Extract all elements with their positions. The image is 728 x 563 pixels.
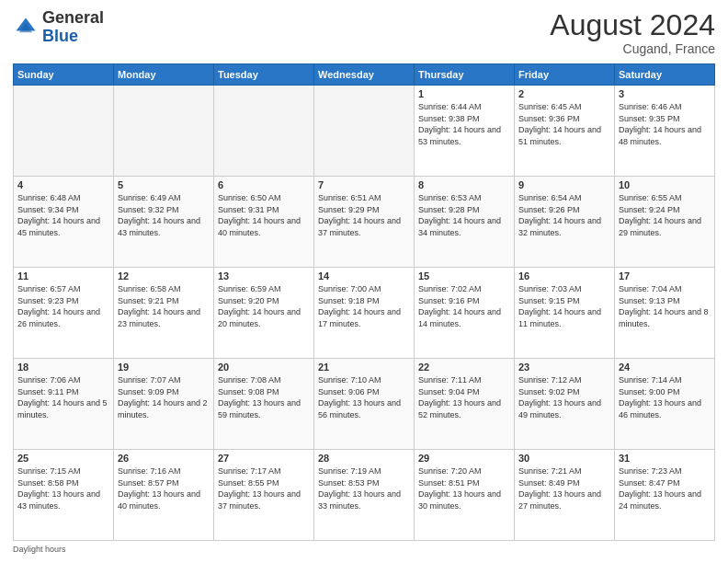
day-info: Sunrise: 7:17 AMSunset: 8:55 PMDaylight:… (218, 465, 310, 511)
day-info: Sunrise: 7:06 AMSunset: 9:11 PMDaylight:… (17, 374, 109, 420)
calendar-day: 11Sunrise: 6:57 AMSunset: 9:23 PMDayligh… (14, 268, 114, 359)
calendar-day: 18Sunrise: 7:06 AMSunset: 9:11 PMDayligh… (14, 359, 114, 450)
calendar-day: 22Sunrise: 7:11 AMSunset: 9:04 PMDayligh… (415, 359, 515, 450)
day-number: 21 (318, 362, 410, 373)
weekday-header-monday: Monday (114, 64, 214, 86)
calendar-day: 8Sunrise: 6:53 AMSunset: 9:28 PMDaylight… (415, 177, 515, 268)
calendar-day: 14Sunrise: 7:00 AMSunset: 9:18 PMDayligh… (314, 268, 415, 359)
header: General Blue August 2024 Cugand, France (13, 9, 715, 56)
calendar-day: 16Sunrise: 7:03 AMSunset: 9:15 PMDayligh… (515, 268, 615, 359)
calendar-day: 1Sunrise: 6:44 AMSunset: 9:38 PMDaylight… (415, 86, 515, 177)
calendar-day: 29Sunrise: 7:20 AMSunset: 8:51 PMDayligh… (415, 450, 515, 541)
day-number: 6 (218, 179, 310, 190)
calendar-day: 23Sunrise: 7:12 AMSunset: 9:02 PMDayligh… (515, 359, 615, 450)
calendar-header-row: SundayMondayTuesdayWednesdayThursdayFrid… (14, 64, 715, 86)
day-info: Sunrise: 6:58 AMSunset: 9:21 PMDaylight:… (118, 283, 210, 329)
weekday-header-friday: Friday (515, 64, 615, 86)
day-number: 9 (518, 179, 610, 190)
day-number: 31 (619, 453, 711, 464)
calendar-day: 10Sunrise: 6:55 AMSunset: 9:24 PMDayligh… (615, 177, 715, 268)
day-info: Sunrise: 7:16 AMSunset: 8:57 PMDaylight:… (118, 465, 210, 511)
day-number: 25 (17, 453, 109, 464)
calendar-day: 9Sunrise: 6:54 AMSunset: 9:26 PMDaylight… (515, 177, 615, 268)
calendar-day: 25Sunrise: 7:15 AMSunset: 8:58 PMDayligh… (14, 450, 114, 541)
logo-icon (13, 15, 39, 40)
calendar-day: 7Sunrise: 6:51 AMSunset: 9:29 PMDaylight… (314, 177, 415, 268)
day-number: 11 (17, 270, 109, 282)
day-number: 16 (518, 270, 610, 282)
calendar-day (314, 86, 415, 177)
day-number: 18 (17, 362, 109, 373)
calendar-day: 30Sunrise: 7:21 AMSunset: 8:49 PMDayligh… (515, 450, 615, 541)
calendar-day (214, 86, 314, 177)
day-info: Sunrise: 6:50 AMSunset: 9:31 PMDaylight:… (218, 192, 310, 238)
day-info: Sunrise: 6:55 AMSunset: 9:24 PMDaylight:… (619, 192, 711, 238)
day-number: 24 (619, 362, 711, 373)
day-number: 19 (118, 362, 210, 373)
day-info: Sunrise: 7:08 AMSunset: 9:08 PMDaylight:… (218, 374, 310, 420)
day-number: 2 (518, 88, 610, 99)
day-number: 15 (418, 270, 510, 282)
day-number: 20 (218, 362, 310, 373)
day-info: Sunrise: 7:12 AMSunset: 9:02 PMDaylight:… (518, 374, 610, 420)
calendar-week-1: 1Sunrise: 6:44 AMSunset: 9:38 PMDaylight… (14, 86, 715, 177)
weekday-header-wednesday: Wednesday (314, 64, 415, 86)
day-info: Sunrise: 7:15 AMSunset: 8:58 PMDaylight:… (17, 465, 109, 511)
day-number: 14 (318, 270, 410, 282)
day-info: Sunrise: 6:53 AMSunset: 9:28 PMDaylight:… (418, 192, 510, 238)
calendar-day (14, 86, 114, 177)
calendar-day: 4Sunrise: 6:48 AMSunset: 9:34 PMDaylight… (14, 177, 114, 268)
day-number: 4 (17, 179, 109, 190)
calendar-day (114, 86, 214, 177)
calendar-day: 17Sunrise: 7:04 AMSunset: 9:13 PMDayligh… (615, 268, 715, 359)
calendar-week-4: 18Sunrise: 7:06 AMSunset: 9:11 PMDayligh… (14, 359, 715, 450)
weekday-header-thursday: Thursday (415, 64, 515, 86)
calendar-day: 5Sunrise: 6:49 AMSunset: 9:32 PMDaylight… (114, 177, 214, 268)
day-info: Sunrise: 6:57 AMSunset: 9:23 PMDaylight:… (17, 283, 109, 329)
day-number: 5 (118, 179, 210, 190)
logo-general-text: General (42, 8, 104, 27)
day-number: 12 (118, 270, 210, 282)
day-info: Sunrise: 7:21 AMSunset: 8:49 PMDaylight:… (518, 465, 610, 511)
day-info: Sunrise: 7:20 AMSunset: 8:51 PMDaylight:… (418, 465, 510, 511)
calendar-day: 19Sunrise: 7:07 AMSunset: 9:09 PMDayligh… (114, 359, 214, 450)
calendar-day: 28Sunrise: 7:19 AMSunset: 8:53 PMDayligh… (314, 450, 415, 541)
day-number: 8 (418, 179, 510, 190)
calendar-day: 15Sunrise: 7:02 AMSunset: 9:16 PMDayligh… (415, 268, 515, 359)
calendar-day: 12Sunrise: 6:58 AMSunset: 9:21 PMDayligh… (114, 268, 214, 359)
day-number: 17 (619, 270, 711, 282)
day-number: 7 (318, 179, 410, 190)
day-info: Sunrise: 6:45 AMSunset: 9:36 PMDaylight:… (518, 101, 610, 147)
day-number: 13 (218, 270, 310, 282)
day-info: Sunrise: 6:59 AMSunset: 9:20 PMDaylight:… (218, 283, 310, 329)
calendar-week-2: 4Sunrise: 6:48 AMSunset: 9:34 PMDaylight… (14, 177, 715, 268)
day-number: 22 (418, 362, 510, 373)
day-info: Sunrise: 7:19 AMSunset: 8:53 PMDaylight:… (318, 465, 410, 511)
day-info: Sunrise: 7:03 AMSunset: 9:15 PMDaylight:… (518, 283, 610, 329)
day-number: 1 (418, 88, 510, 99)
weekday-header-saturday: Saturday (615, 64, 715, 86)
calendar-day: 13Sunrise: 6:59 AMSunset: 9:20 PMDayligh… (214, 268, 314, 359)
day-info: Sunrise: 7:02 AMSunset: 9:16 PMDaylight:… (418, 283, 510, 329)
calendar-day: 31Sunrise: 7:23 AMSunset: 8:47 PMDayligh… (615, 450, 715, 541)
day-info: Sunrise: 6:48 AMSunset: 9:34 PMDaylight:… (17, 192, 109, 238)
location-title: Cugand, France (550, 41, 715, 56)
calendar-day: 3Sunrise: 6:46 AMSunset: 9:35 PMDaylight… (615, 86, 715, 177)
calendar-day: 20Sunrise: 7:08 AMSunset: 9:08 PMDayligh… (214, 359, 314, 450)
logo-text: General Blue (42, 9, 104, 46)
day-number: 23 (518, 362, 610, 373)
day-info: Sunrise: 7:14 AMSunset: 9:00 PMDaylight:… (619, 374, 711, 420)
day-number: 27 (218, 453, 310, 464)
day-info: Sunrise: 7:10 AMSunset: 9:06 PMDaylight:… (318, 374, 410, 420)
logo-blue-text: Blue (42, 27, 78, 45)
day-info: Sunrise: 7:07 AMSunset: 9:09 PMDaylight:… (118, 374, 210, 420)
weekday-header-sunday: Sunday (14, 64, 114, 86)
title-block: August 2024 Cugand, France (550, 9, 715, 56)
calendar-day: 6Sunrise: 6:50 AMSunset: 9:31 PMDaylight… (214, 177, 314, 268)
calendar-day: 26Sunrise: 7:16 AMSunset: 8:57 PMDayligh… (114, 450, 214, 541)
calendar-week-3: 11Sunrise: 6:57 AMSunset: 9:23 PMDayligh… (14, 268, 715, 359)
day-info: Sunrise: 7:00 AMSunset: 9:18 PMDaylight:… (318, 283, 410, 329)
page: General Blue August 2024 Cugand, France … (0, 0, 728, 563)
day-info: Sunrise: 6:54 AMSunset: 9:26 PMDaylight:… (518, 192, 610, 238)
day-number: 29 (418, 453, 510, 464)
